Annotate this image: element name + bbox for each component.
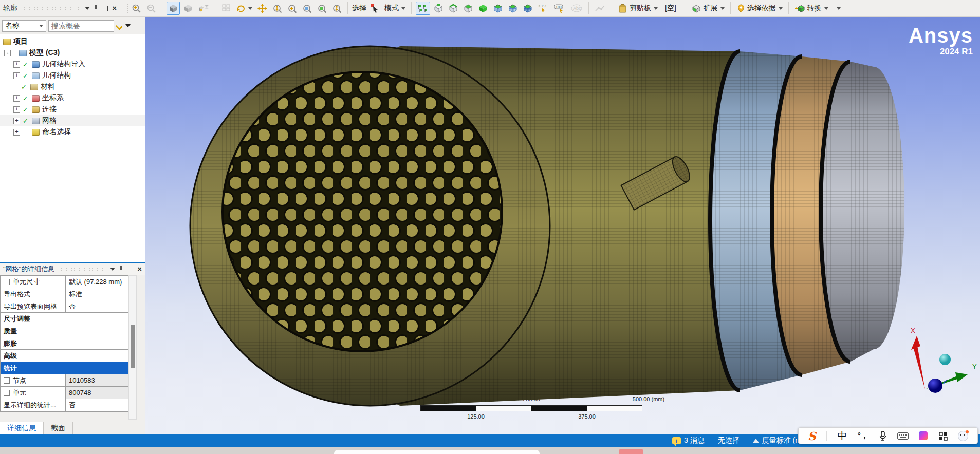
pin-icon[interactable] — [94, 5, 98, 12]
details-pin-icon[interactable] — [119, 266, 123, 273]
details-section-statistics[interactable]: 统计 — [1, 362, 128, 374]
clipboard-button[interactable]: 剪贴板 — [616, 2, 659, 15]
taskbar-item[interactable] — [619, 449, 643, 454]
expand-expander-icon[interactable] — [13, 106, 20, 113]
details-row-nodes[interactable]: 节点 1010583 — [1, 374, 128, 387]
toolbar-overflow-button[interactable] — [837, 7, 841, 10]
collapse-expander-icon[interactable] — [4, 50, 11, 56]
select-cursor-button[interactable] — [368, 2, 381, 15]
ime-toolbox-icon[interactable] — [938, 431, 948, 441]
search-input[interactable] — [48, 20, 114, 32]
ime-punctuation-toggle[interactable]: °， — [858, 431, 868, 441]
mesh-select-node-button[interactable] — [491, 2, 505, 15]
details-maximize-icon[interactable] — [127, 267, 133, 272]
rotate-dropdown-icon[interactable] — [248, 7, 252, 10]
taskbar-search-pill[interactable] — [334, 450, 540, 454]
tree-item-mesh[interactable]: ✓ 网格 — [0, 115, 145, 126]
ime-language-toggle[interactable]: 中 — [837, 429, 847, 443]
tab-details[interactable]: 详细信息 — [0, 422, 44, 434]
extend-button[interactable]: 扩展 — [689, 2, 726, 15]
search-options-caret-icon[interactable] — [125, 24, 131, 27]
scrollbar-thumb[interactable] — [131, 325, 135, 368]
iso-view-sphere[interactable] — [939, 354, 951, 365]
tree-item-model[interactable]: 模型 (C3) — [0, 47, 145, 59]
details-section-advanced[interactable]: 高级 — [1, 350, 128, 362]
panel-menu-icon[interactable] — [85, 7, 90, 10]
details-section-quality[interactable]: 质量 — [1, 325, 128, 337]
mesh-model[interactable] — [145, 17, 980, 434]
convert-button[interactable]: 转换 — [793, 2, 830, 15]
close-icon[interactable]: × — [112, 6, 117, 11]
titlebar-drag-area[interactable] — [21, 6, 82, 10]
orientation-triad[interactable]: X Y Z — [867, 327, 980, 419]
checkbox[interactable] — [4, 390, 10, 396]
chart-button[interactable] — [593, 2, 607, 15]
zoom-out-button[interactable] — [144, 2, 158, 15]
checkbox[interactable] — [4, 377, 10, 384]
tree-item-geometry-import[interactable]: ✓ 几何结构导入 — [0, 59, 145, 70]
details-row-export-preview[interactable]: 导出预览表面网格 否 — [1, 300, 128, 313]
toolbar-drag-handle[interactable] — [124, 4, 128, 13]
zoom-selection-button[interactable] — [315, 2, 328, 15]
expand-expander-icon[interactable] — [13, 129, 20, 136]
tree-item-named-selections[interactable]: 命名选择 — [0, 126, 145, 138]
maximize-icon[interactable] — [102, 6, 108, 11]
filter-vertex-button[interactable] — [432, 2, 445, 15]
zoom-fit-button[interactable] — [300, 2, 313, 15]
details-row-elements[interactable]: 单元 800748 — [1, 387, 128, 399]
expand-expander-icon[interactable] — [13, 72, 20, 79]
graphics-viewport[interactable]: 0.00 250.00 500.00 (mm) 125.00 375.00 — [145, 17, 980, 434]
select-by-button[interactable]: 选择依据 — [735, 2, 784, 15]
zoom-in-button[interactable] — [130, 2, 143, 15]
details-row-show-statistics[interactable]: 显示详细的统计... 否 — [1, 399, 128, 411]
details-row-element-size[interactable]: 单元尺寸 默认 (97.228 mm) — [1, 276, 128, 288]
row-value[interactable]: 否 — [66, 399, 128, 411]
tab-section-planes[interactable]: 截面 — [44, 422, 73, 434]
expand-expander-icon[interactable] — [13, 95, 20, 102]
mesh-select-face-button[interactable] — [506, 2, 520, 15]
zoom-refit-button[interactable] — [330, 2, 343, 15]
zoom-box-button[interactable] — [285, 2, 299, 15]
filter-face-button[interactable] — [461, 2, 475, 15]
expand-expander-icon[interactable] — [13, 61, 20, 68]
details-scrollbar[interactable] — [128, 275, 137, 420]
microphone-icon[interactable] — [879, 431, 887, 441]
tree-item-materials[interactable]: ✓ 材料 — [0, 81, 145, 92]
rotate-button[interactable] — [234, 2, 254, 15]
row-value[interactable]: 默认 (97.228 mm) — [66, 276, 128, 288]
row-value[interactable]: 否 — [66, 300, 128, 312]
mode-dropdown[interactable]: 模式 — [383, 2, 407, 15]
outline-expand-chevron-icon[interactable] — [116, 24, 123, 28]
label-pick-button[interactable]: Abc — [569, 2, 584, 15]
filter-flags-button[interactable] — [416, 2, 430, 15]
messages-status[interactable]: i 3 消息 — [672, 436, 705, 445]
zoom-scroll-button[interactable] — [270, 2, 284, 15]
expand-expander-icon[interactable] — [13, 118, 20, 124]
tree-item-coordinate-systems[interactable]: ✓ 坐标系 — [0, 92, 145, 104]
details-row-export-format[interactable]: 导出格式 标准 — [1, 288, 128, 300]
view-exploded-button[interactable] — [196, 2, 211, 15]
mesh-select-element-button[interactable] — [521, 2, 534, 15]
viewport-layout-button[interactable] — [219, 2, 233, 15]
tree-item-project[interactable]: 项目 — [0, 36, 145, 47]
tree-item-connections[interactable]: ✓ 连接 — [0, 104, 145, 115]
filter-body-button[interactable] — [476, 2, 490, 15]
view-shaded-button[interactable] — [181, 2, 195, 15]
view-isometric-button[interactable] — [167, 2, 180, 15]
row-value[interactable]: 标准 — [66, 288, 128, 300]
details-section-inflation[interactable]: 膨胀 — [1, 337, 128, 350]
snap-angle-button[interactable]: 180 — [552, 2, 567, 15]
filter-edge-button[interactable] — [447, 2, 460, 15]
details-close-icon[interactable]: × — [137, 267, 142, 272]
coordinate-pick-button[interactable]: X.Y.Z — [536, 2, 550, 15]
filter-type-dropdown[interactable]: 名称 — [2, 20, 46, 32]
details-drag-area[interactable] — [58, 267, 107, 271]
pan-button[interactable] — [255, 2, 269, 15]
details-menu-icon[interactable] — [110, 268, 115, 271]
details-section-sizing[interactable]: 尺寸调整 — [1, 313, 128, 325]
checkbox[interactable] — [4, 279, 10, 285]
tree-item-geometry[interactable]: ✓ 几何结构 — [0, 70, 145, 81]
sogou-logo[interactable]: S — [808, 429, 816, 443]
ime-emoji-icon[interactable] — [958, 431, 968, 441]
keyboard-icon[interactable] — [897, 432, 909, 440]
